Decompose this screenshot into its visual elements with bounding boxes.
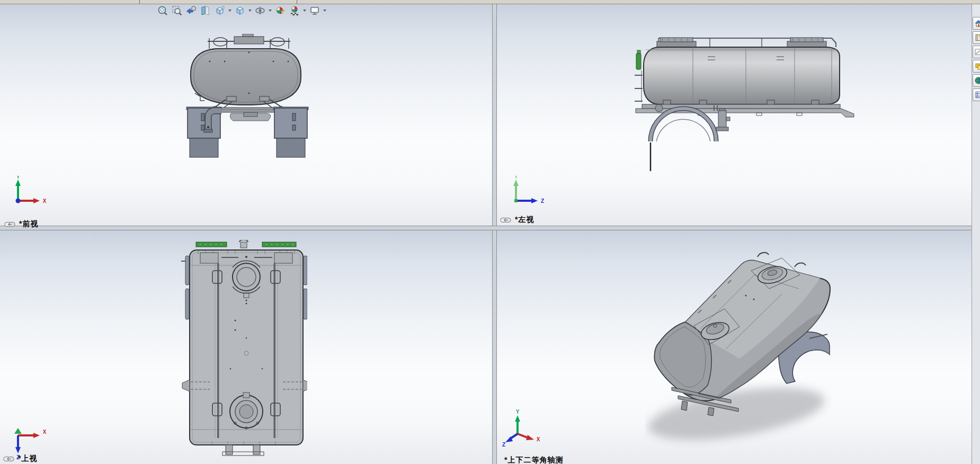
heads-up-view-toolbar bbox=[156, 4, 327, 16]
zoom-to-fit-icon bbox=[157, 5, 168, 16]
viewport-label-top: *上视 bbox=[3, 454, 37, 463]
apply-scene-icon bbox=[289, 5, 300, 16]
viewport-left[interactable]: Y Z *左视 bbox=[496, 4, 980, 226]
toolbar-separator bbox=[297, 0, 297, 4]
svg-text:X: X bbox=[43, 429, 47, 435]
view-settings-button[interactable] bbox=[308, 4, 321, 16]
book-icon bbox=[974, 33, 980, 42]
docked-toolbar-edge bbox=[0, 0, 980, 4]
viewport-splitter-horizontal[interactable] bbox=[0, 226, 980, 230]
view-settings-icon bbox=[309, 5, 320, 16]
linked-view-icon bbox=[500, 217, 511, 223]
dimetric-view-model bbox=[645, 245, 878, 457]
view-settings-dropdown[interactable] bbox=[322, 4, 327, 16]
display-style-button[interactable] bbox=[233, 4, 246, 16]
display-style-dropdown[interactable] bbox=[247, 4, 252, 16]
svg-text:X: X bbox=[537, 436, 540, 442]
section-view-icon bbox=[200, 5, 211, 16]
viewport-label-left: *左视 bbox=[500, 215, 534, 225]
viewport-splitter-vertical[interactable] bbox=[492, 4, 497, 464]
svg-text:Y: Y bbox=[514, 176, 518, 180]
toolbar-separator bbox=[139, 0, 140, 4]
properties-table-icon bbox=[974, 91, 980, 99]
globe-icon bbox=[974, 76, 980, 85]
file-explorer-icon bbox=[974, 48, 980, 56]
apply-scene-dropdown[interactable] bbox=[302, 4, 307, 16]
previous-view-button[interactable] bbox=[184, 4, 198, 16]
section-view-button[interactable] bbox=[199, 4, 212, 16]
edit-appearance-icon bbox=[275, 5, 286, 16]
task-pane-tab-design-library[interactable] bbox=[973, 31, 980, 44]
edit-appearance-button[interactable] bbox=[273, 4, 287, 16]
task-pane-tab-resources-home[interactable] bbox=[973, 17, 980, 30]
viewport-front[interactable]: Y X *前视 bbox=[0, 4, 492, 226]
viewport-label-text: *左视 bbox=[515, 215, 534, 225]
axis-triad-front: Y X bbox=[10, 176, 52, 208]
task-pane-tab-custom-properties[interactable] bbox=[973, 88, 980, 101]
viewport-label-text: *前视 bbox=[19, 219, 38, 229]
svg-text:Z: Z bbox=[541, 198, 544, 204]
zoom-to-area-button[interactable] bbox=[170, 4, 183, 16]
view-palette-icon bbox=[974, 62, 980, 70]
viewport-dimetric[interactable]: Y X Z *上下二等角轴测 bbox=[496, 229, 980, 464]
viewport-label-dimetric: *上下二等角轴测 bbox=[504, 456, 563, 464]
hide-show-items-dropdown[interactable] bbox=[268, 4, 272, 16]
task-pane-tab-file-explorer[interactable] bbox=[973, 46, 980, 58]
home-icon bbox=[974, 19, 980, 28]
viewport-label-text: *上视 bbox=[18, 454, 37, 463]
apply-scene-button[interactable] bbox=[288, 4, 301, 16]
zoom-to-area-icon bbox=[172, 5, 182, 16]
axis-triad-left: Y Z bbox=[507, 176, 550, 208]
view-orientation-dropdown[interactable] bbox=[227, 4, 232, 16]
display-style-icon bbox=[235, 5, 245, 16]
linked-view-icon bbox=[3, 456, 14, 462]
svg-text:X: X bbox=[43, 198, 47, 204]
view-orientation-button[interactable] bbox=[213, 4, 226, 16]
svg-text:Y: Y bbox=[516, 409, 520, 415]
linked-view-icon bbox=[4, 221, 15, 227]
view-orientation-icon bbox=[215, 5, 225, 16]
task-pane-strip bbox=[972, 4, 980, 464]
previous-view-icon bbox=[186, 5, 197, 16]
viewport-label-text: *上下二等角轴测 bbox=[504, 456, 563, 464]
task-pane-tab-appearances-scenes[interactable] bbox=[973, 74, 980, 87]
viewport-label-front: *前视 bbox=[4, 219, 38, 229]
front-view-model bbox=[180, 34, 318, 164]
viewport-top[interactable]: X Z *上视 bbox=[0, 229, 492, 464]
svg-text:Y: Y bbox=[16, 176, 20, 180]
left-view-model bbox=[635, 33, 857, 171]
zoom-to-fit-button[interactable] bbox=[156, 4, 169, 16]
top-view-model bbox=[180, 240, 307, 458]
svg-text:Z: Z bbox=[502, 442, 505, 448]
hide-show-items-button[interactable] bbox=[253, 4, 266, 16]
application-window: Y X *前视 bbox=[0, 0, 980, 464]
axis-triad-dimetric: Y X Z bbox=[501, 408, 549, 448]
task-pane-tab-view-palette[interactable] bbox=[973, 60, 980, 73]
hide-show-items-icon bbox=[255, 5, 265, 16]
